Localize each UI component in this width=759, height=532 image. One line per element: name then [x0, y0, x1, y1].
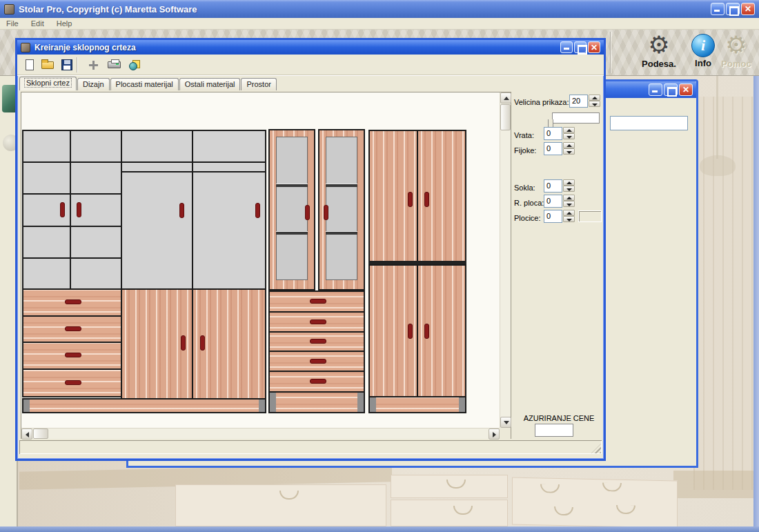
dialog-statusbar — [19, 440, 602, 454]
zoom-slider[interactable] — [552, 112, 600, 124]
kitchen-drawers-right — [512, 477, 678, 526]
close-button[interactable]: ✕ — [741, 3, 755, 15]
dialog-icon — [21, 43, 30, 52]
chandelier-shade — [700, 155, 736, 176]
spin-up-button[interactable] — [563, 179, 575, 186]
app-icon — [4, 4, 14, 14]
fijoke-label: Fijoke: — [514, 146, 536, 155]
toolbar-separator — [610, 32, 611, 73]
azuriranje-cene-label: AZURIRANJE CENE — [511, 414, 607, 422]
scrollbar-corner — [500, 428, 511, 439]
info-icon: i — [691, 34, 715, 57]
background-window-text-field[interactable] — [610, 116, 688, 130]
close-button[interactable]: ✕ — [679, 83, 693, 96]
tab-ostali-materijal[interactable]: Ostali materijal — [179, 78, 241, 90]
main-window-bottom-border — [0, 526, 759, 532]
menu-edit[interactable]: Edit — [31, 19, 44, 28]
toolbar-separator — [77, 57, 77, 72]
chandelier-icon — [716, 76, 718, 159]
plocice-label: Plocice: — [514, 214, 541, 222]
resize-grip[interactable] — [591, 444, 601, 453]
move-cross-icon — [90, 61, 97, 70]
open-button[interactable] — [39, 57, 57, 73]
fijoke-spinner — [563, 142, 575, 155]
tab-sklopni-crtez[interactable]: Sklopni crtez — [19, 77, 77, 90]
exit-button[interactable] — [126, 57, 144, 73]
minimize-button[interactable] — [711, 3, 724, 15]
new-drawing-button[interactable] — [21, 57, 39, 73]
vrata-spinner — [563, 127, 575, 139]
save-button[interactable] — [59, 57, 76, 73]
sokla-input[interactable]: 0 — [544, 179, 562, 193]
open-folder-icon — [41, 61, 54, 69]
scroll-up-button[interactable] — [500, 92, 511, 104]
move-button[interactable] — [85, 57, 102, 73]
fijoke-input[interactable]: 0 — [544, 142, 562, 155]
main-window-title: Stolar Pro, Copyright (c) Maretta Softwa… — [19, 4, 197, 14]
main-window-right-border — [753, 18, 759, 527]
tab-prostor[interactable]: Prostor — [241, 78, 276, 90]
print-button[interactable] — [106, 57, 123, 73]
minimize-button[interactable] — [560, 41, 573, 53]
spin-down-button[interactable] — [563, 216, 575, 222]
main-menubar: File Edit Help — [0, 18, 759, 30]
plinth-left — [22, 398, 266, 413]
minimize-button[interactable] — [649, 83, 662, 96]
spin-up-button[interactable] — [563, 210, 575, 216]
scroll-down-button[interactable] — [500, 417, 511, 428]
drawing-panel — [21, 92, 511, 439]
menu-help[interactable]: Help — [57, 19, 72, 28]
plocice-input[interactable]: 0 — [544, 210, 562, 223]
scroll-right-button[interactable] — [489, 428, 500, 440]
dialog-title: Kreiranje sklopnog crteza — [34, 43, 136, 52]
dialog-kreiranje-sklopnog-crteza: Kreiranje sklopnog crteza ✕ Sklopni crte… — [15, 38, 606, 461]
velicina-spinner — [589, 95, 600, 107]
rploca-input[interactable]: 0 — [544, 195, 562, 208]
gear-icon-disabled: ⚙ — [715, 32, 758, 58]
spin-down-button[interactable] — [589, 101, 600, 107]
spin-up-button[interactable] — [563, 127, 575, 133]
maximize-button[interactable] — [726, 3, 740, 15]
spin-down-button[interactable] — [563, 201, 575, 207]
spin-up-button[interactable] — [563, 195, 575, 201]
velicina-input[interactable]: 20 — [569, 95, 588, 108]
tab-plocasti-materijal[interactable]: Plocasti materijal — [110, 78, 179, 90]
printer-icon — [108, 61, 121, 68]
maximize-button[interactable] — [664, 83, 678, 96]
scroll-left-button[interactable] — [21, 428, 32, 440]
screen: Stolar Pro, Copyright (c) Maretta Softwa… — [0, 0, 759, 532]
spin-down-button[interactable] — [563, 133, 575, 139]
maximize-button[interactable] — [574, 41, 586, 53]
spin-up-button[interactable] — [589, 95, 600, 101]
plocice-spinner — [563, 210, 575, 222]
main-titlebar[interactable]: Stolar Pro, Copyright (c) Maretta Softwa… — [0, 0, 759, 18]
dialog-titlebar[interactable]: Kreiranje sklopnog crteza ✕ — [17, 40, 604, 55]
dialog-toolbar — [17, 55, 604, 75]
vertical-scroll-thumb[interactable] — [500, 104, 511, 130]
exit-icon — [129, 60, 140, 70]
spin-down-button[interactable] — [563, 148, 575, 155]
horizontal-scrollbar[interactable] — [21, 428, 500, 439]
new-document-icon — [26, 59, 34, 70]
menu-file[interactable]: File — [6, 19, 19, 28]
rploca-spinner — [563, 195, 575, 207]
vrata-label: Vrata: — [514, 131, 534, 139]
horizontal-scroll-thumb[interactable] — [33, 428, 48, 439]
rploca-label: R. ploca: — [514, 199, 544, 207]
spin-down-button[interactable] — [563, 186, 575, 192]
azuriranje-cene-input[interactable] — [535, 424, 573, 437]
drawing-canvas[interactable] — [21, 92, 500, 428]
pomoc-button: ⚙ Pomoc — [715, 32, 758, 73]
vrata-input[interactable]: 0 — [544, 127, 562, 140]
podesa-button[interactable]: ⚙ Podesa. — [638, 32, 680, 73]
vertical-scrollbar[interactable] — [500, 92, 511, 428]
sokla-label: Sokla: — [514, 184, 535, 192]
tab-bar: Sklopni crtez Dizajn Plocasti materijal … — [19, 77, 277, 90]
kitchen-cabinet-door — [175, 484, 386, 526]
spin-up-button[interactable] — [563, 142, 575, 148]
tab-dizajn[interactable]: Dizajn — [77, 78, 110, 90]
plocice-display-box — [578, 210, 602, 222]
close-button[interactable]: ✕ — [588, 41, 600, 53]
podesa-label: Podesa. — [638, 59, 680, 69]
save-icon — [61, 59, 72, 70]
